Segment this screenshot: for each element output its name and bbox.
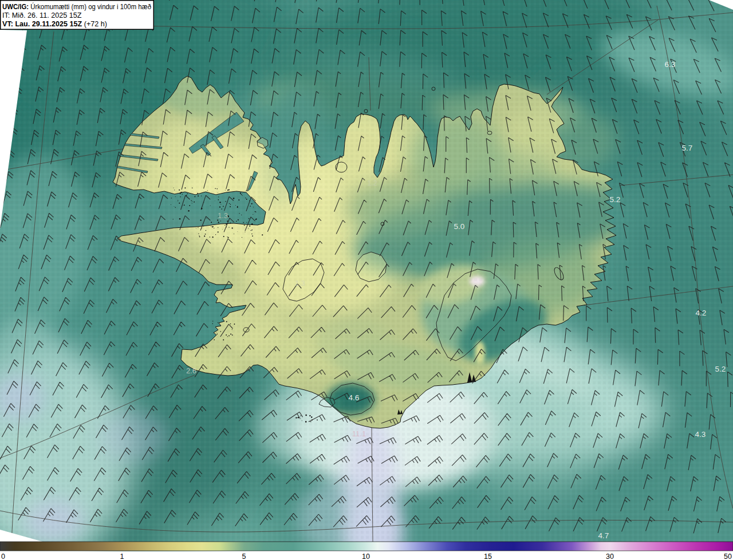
svg-text:11.1: 11.1: [352, 429, 366, 438]
svg-text:1.2: 1.2: [367, 179, 377, 187]
svg-text:15: 15: [484, 553, 492, 560]
svg-text:10: 10: [362, 553, 370, 560]
svg-text:1.3: 1.3: [218, 211, 228, 220]
svg-text:2.6: 2.6: [186, 366, 196, 375]
svg-text:VT: Lau. 29.11.2025 15Z (+72 h: VT: Lau. 29.11.2025 15Z (+72 h): [2, 20, 107, 28]
svg-text:4.2: 4.2: [696, 309, 707, 317]
svg-text:1: 1: [120, 553, 124, 560]
svg-text:1.3: 1.3: [295, 279, 305, 287]
svg-text:5: 5: [242, 553, 246, 560]
svg-text:5.2: 5.2: [610, 195, 621, 204]
svg-text:6.3: 6.3: [665, 60, 676, 69]
svg-text:IT: Mið. 26. 11. 2025 15Z: IT: Mið. 26. 11. 2025 15Z: [2, 11, 82, 19]
svg-text:5.7: 5.7: [682, 144, 693, 152]
svg-text:30: 30: [606, 553, 614, 560]
svg-text:5.2: 5.2: [715, 365, 726, 373]
svg-text:4.7: 4.7: [598, 531, 609, 540]
svg-text:5.0: 5.0: [454, 222, 465, 231]
svg-text:4.6: 4.6: [349, 393, 360, 402]
svg-text:50: 50: [724, 553, 732, 560]
svg-text:0: 0: [1, 553, 5, 560]
svg-text:UWC/IG: Úrkomumætti (mm) og vi: UWC/IG: Úrkomumætti (mm) og vindur i 100…: [2, 2, 151, 11]
svg-text:4.3: 4.3: [695, 430, 706, 439]
